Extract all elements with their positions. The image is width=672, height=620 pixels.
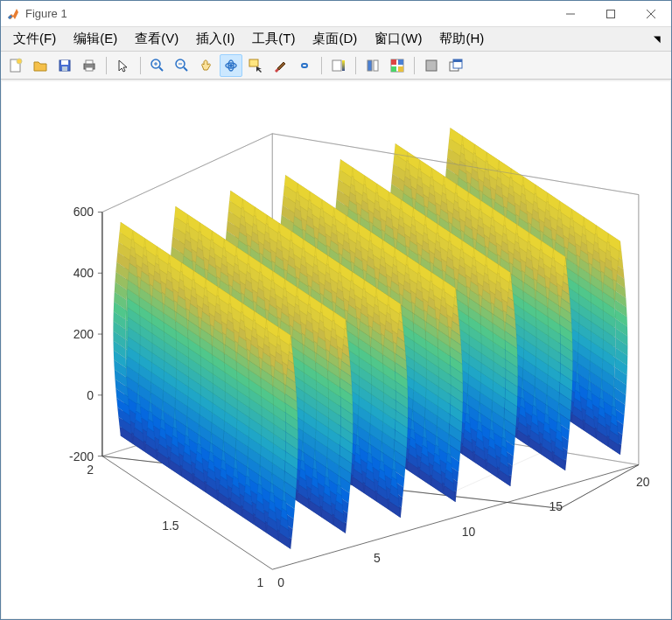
- menu-file[interactable]: 文件(F): [4, 29, 65, 49]
- menu-help[interactable]: 帮助(H): [430, 29, 493, 49]
- svg-point-21: [229, 64, 233, 67]
- menu-tools[interactable]: 工具(T): [243, 29, 304, 49]
- svg-rect-28: [391, 59, 396, 65]
- titlebar: Figure 1: [1, 1, 671, 27]
- open-file-icon[interactable]: [29, 54, 52, 77]
- svg-rect-10: [86, 60, 93, 64]
- svg-point-5: [17, 59, 22, 64]
- toolbar-separator: [106, 57, 107, 74]
- svg-line-13: [159, 67, 163, 71]
- brush-icon[interactable]: [269, 54, 291, 77]
- svg-rect-30: [391, 66, 396, 72]
- svg-rect-25: [368, 60, 372, 71]
- zoom-in-icon[interactable]: [146, 54, 169, 77]
- svg-text:20: 20: [636, 475, 650, 489]
- toolbar-separator: [321, 57, 322, 74]
- svg-text:5: 5: [374, 551, 381, 565]
- zoom-out-icon[interactable]: [171, 54, 193, 77]
- svg-rect-22: [249, 59, 258, 66]
- svg-text:10: 10: [462, 525, 476, 539]
- rotate-3d-icon[interactable]: [220, 54, 242, 77]
- data-cursor-icon[interactable]: [244, 54, 267, 77]
- z-ticks: 600 400 200 0 -200: [69, 205, 102, 463]
- close-button[interactable]: [631, 1, 671, 26]
- new-figure-icon[interactable]: [4, 54, 27, 77]
- plot-area[interactable]: 600 400 200 0 -200 1 1.5 2 0 5: [2, 81, 670, 618]
- toolbar-separator: [414, 57, 415, 74]
- menu-edit[interactable]: 编辑(E): [65, 29, 126, 49]
- svg-text:0: 0: [277, 575, 284, 589]
- dock-icon[interactable]: [420, 54, 443, 77]
- toolbar-separator: [140, 57, 141, 74]
- toolbar-separator: [355, 57, 356, 74]
- pointer-icon[interactable]: [112, 54, 135, 77]
- surface-plot: [113, 128, 627, 548]
- svg-text:0: 0: [87, 388, 94, 402]
- svg-rect-35: [453, 59, 462, 62]
- window-title: Figure 1: [25, 7, 67, 20]
- svg-text:1: 1: [257, 575, 264, 589]
- matlab-icon: [6, 7, 20, 21]
- svg-rect-8: [62, 66, 67, 71]
- svg-text:2: 2: [87, 463, 94, 477]
- svg-text:400: 400: [74, 266, 94, 280]
- svg-rect-31: [398, 66, 403, 72]
- svg-rect-32: [426, 60, 437, 71]
- toolbar: [1, 52, 671, 80]
- axes-3d[interactable]: 600 400 200 0 -200 1 1.5 2 0 5: [2, 81, 670, 618]
- menu-window[interactable]: 窗口(W): [366, 29, 430, 49]
- svg-text:-200: -200: [69, 449, 94, 463]
- undock-icon[interactable]: [444, 54, 467, 77]
- print-icon[interactable]: [78, 54, 101, 77]
- maximize-button[interactable]: [591, 1, 631, 26]
- svg-text:600: 600: [74, 205, 94, 219]
- svg-rect-23: [332, 60, 341, 71]
- svg-rect-29: [398, 59, 403, 65]
- menu-view[interactable]: 查看(V): [126, 29, 187, 49]
- minimize-button[interactable]: [550, 1, 591, 26]
- svg-rect-26: [374, 60, 378, 71]
- svg-rect-1: [607, 10, 615, 17]
- pan-icon[interactable]: [195, 54, 218, 77]
- menu-insert[interactable]: 插入(I): [187, 29, 243, 49]
- svg-text:1.5: 1.5: [162, 519, 179, 533]
- svg-text:15: 15: [549, 499, 563, 513]
- svg-rect-11: [86, 67, 93, 71]
- svg-rect-24: [342, 60, 345, 71]
- layout-icon[interactable]: [386, 54, 409, 77]
- link-icon[interactable]: [293, 54, 316, 77]
- window-controls: [550, 1, 671, 26]
- menubar: 文件(F) 编辑(E) 查看(V) 插入(I) 工具(T) 桌面(D) 窗口(W…: [1, 27, 671, 52]
- menu-desktop[interactable]: 桌面(D): [304, 29, 366, 49]
- legend-icon[interactable]: [361, 54, 384, 77]
- save-icon[interactable]: [53, 54, 76, 77]
- colorbar-icon[interactable]: [327, 54, 350, 77]
- figure-window: Figure 1 文件(F) 编辑(E) 查看(V) 插入(I) 工具(T) 桌…: [0, 0, 672, 620]
- menu-dropdown-icon[interactable]: ◥: [654, 34, 668, 44]
- svg-rect-7: [61, 60, 68, 65]
- svg-line-17: [184, 67, 187, 71]
- svg-text:200: 200: [74, 327, 94, 341]
